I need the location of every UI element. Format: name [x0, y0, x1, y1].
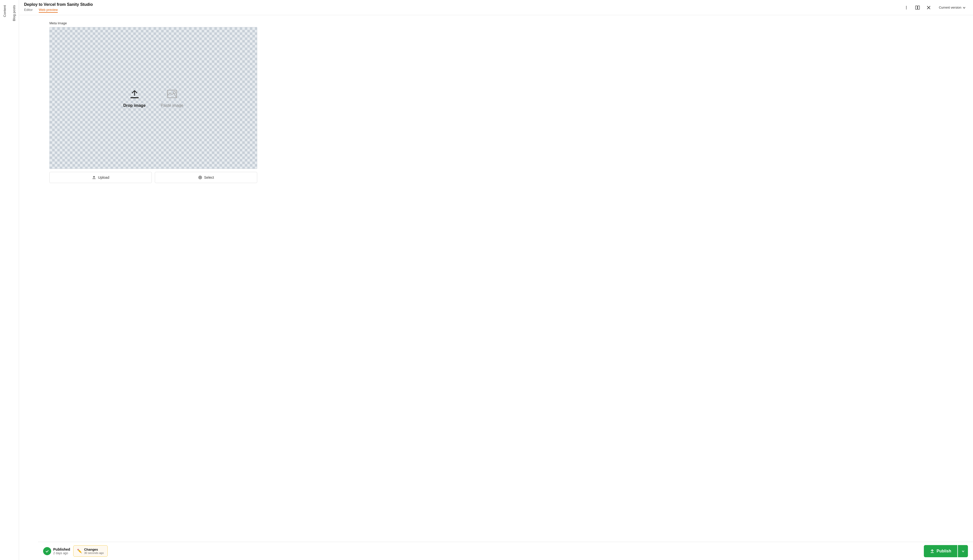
select-button[interactable]: Select: [155, 172, 257, 183]
sidebar-col-1: Content: [0, 0, 9, 213]
meta-image-label: Meta Image: [49, 21, 67, 25]
upload-label: Upload: [98, 175, 109, 180]
svg-point-10: [174, 92, 176, 93]
select-label: Select: [204, 175, 214, 180]
sidebar: Content Blog posts: [0, 0, 19, 213]
drop-image-option: Drop image: [124, 88, 146, 108]
sidebar-item-blog-posts[interactable]: Blog posts: [12, 5, 16, 21]
upload-icon: [92, 175, 96, 180]
drop-image-icon: [129, 88, 140, 100]
svg-point-13: [199, 176, 202, 179]
image-actions: Upload Select: [49, 172, 257, 183]
drop-image-label: Drop image: [124, 103, 146, 108]
main-area: Deploy to Vercel from Sanity Studio Edit…: [19, 0, 369, 213]
tab-web-preview[interactable]: Web preview: [39, 8, 58, 13]
select-icon: [198, 175, 202, 180]
sidebar-col-2: Blog posts: [9, 0, 19, 213]
sidebar-item-content[interactable]: Content: [3, 5, 7, 17]
paste-image-option: Paste image: [161, 88, 184, 108]
paste-image-label: Paste image: [161, 103, 184, 108]
image-drop-zone[interactable]: Drop image Paste image: [49, 27, 257, 169]
header-left: Deploy to Vercel from Sanity Studio Edit…: [24, 2, 93, 13]
upload-button[interactable]: Upload: [49, 172, 152, 183]
svg-point-14: [199, 177, 201, 178]
content-area: Meta Image Drop image: [19, 15, 369, 213]
header-tabs: Editor Web preview: [24, 8, 93, 13]
tab-editor[interactable]: Editor: [24, 8, 33, 13]
page-title: Deploy to Vercel from Sanity Studio: [24, 2, 93, 7]
svg-rect-7: [130, 97, 139, 98]
header: Deploy to Vercel from Sanity Studio Edit…: [19, 0, 369, 15]
paste-image-icon: [166, 88, 178, 100]
